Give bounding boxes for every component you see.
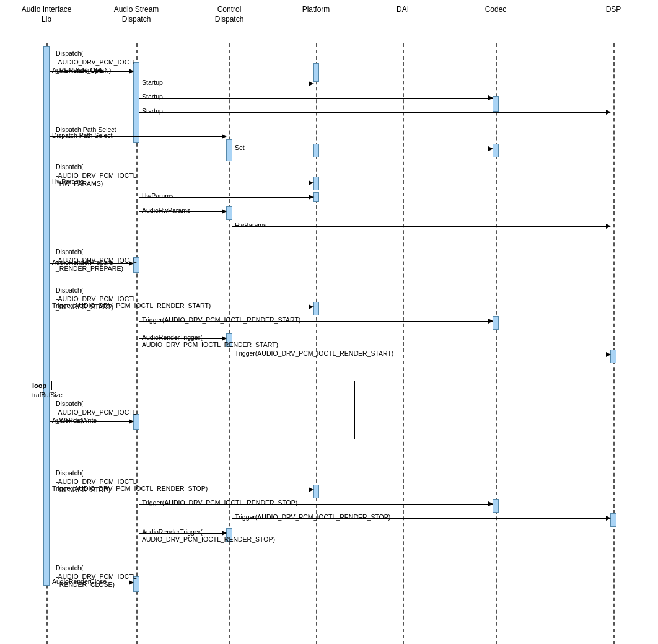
activation-bar xyxy=(313,302,319,315)
participant-label-asd: Audio Stream Dispatch xyxy=(102,5,170,24)
activation-bar xyxy=(493,316,499,330)
arrow-label: HwParams xyxy=(142,192,173,200)
dispatch-label: Dispatch Path Select xyxy=(56,126,116,135)
activation-bar xyxy=(313,177,319,190)
activation-bar xyxy=(313,63,319,82)
participant-label-dsp: DSP xyxy=(579,5,647,15)
arrow xyxy=(232,149,493,149)
participant-label-dai: DAI xyxy=(369,5,437,15)
arrow-label: Trigger(AUDIO_DRV_PCM_IOCTL_RENDER_START… xyxy=(142,316,300,324)
participant-label-codec: Codec xyxy=(462,5,530,15)
loop-box xyxy=(30,381,355,439)
dispatch-label: Dispatch(-AUDIO_DRV_PCM_IOCTL_HW_PARAMS) xyxy=(56,163,137,188)
activation-bar xyxy=(493,499,499,513)
sequence-diagram: Audio Interface LibAudio Stream Dispatch… xyxy=(0,0,658,644)
arrow-label: AudioRenderTrigger( AUDIO_DRV_PCM_IOCTL_… xyxy=(142,333,278,348)
arrow xyxy=(139,98,493,99)
activation-bar xyxy=(226,139,232,161)
activation-bar xyxy=(226,206,232,220)
arrow-label: Trigger(AUDIO_DRV_PCM_IOCTL_RENDER_STOP) xyxy=(235,513,390,521)
activation-bar xyxy=(493,144,499,157)
arrow xyxy=(139,84,313,84)
loop-corner xyxy=(30,381,52,390)
lifeline-plat xyxy=(316,43,317,644)
lifeline-codec xyxy=(496,43,497,644)
loop-condition: trafBufSize xyxy=(32,392,63,399)
activation-bar xyxy=(493,96,499,112)
activation-bar xyxy=(610,513,616,527)
dispatch-label: Dispatch(-AUDIO_DRV_PCM_IOCTL_RENDER_PRE… xyxy=(56,248,137,273)
arrow-label: Startup xyxy=(142,79,163,86)
arrow-label: AudioHwParams xyxy=(142,206,190,214)
participant-label-cd: Control Dispatch xyxy=(195,5,263,24)
arrow-label: Startup xyxy=(142,93,163,100)
activation-bar xyxy=(43,46,50,586)
participant-label-ail: Audio Interface Lib xyxy=(12,5,81,24)
arrow-label: HwParams xyxy=(235,221,266,229)
arrow-label: Startup xyxy=(142,107,163,115)
dispatch-label: Dispatch(-AUDIO_DRV_PCM_IOCTL_RENDER_STO… xyxy=(56,469,137,495)
lifeline-dai xyxy=(403,43,404,644)
arrow xyxy=(232,226,610,227)
lifeline-dsp xyxy=(613,43,615,644)
dispatch-label: Dispatch(-AUDIO_DRV_PCM_IOCTL_RENDER_OPE… xyxy=(56,50,137,75)
participant-label-plat: Platform xyxy=(282,5,350,15)
activation-bar xyxy=(313,192,319,202)
arrow-label: Trigger(AUDIO_DRV_PCM_IOCTL_RENDER_STOP) xyxy=(142,499,297,506)
dispatch-label: Dispatch(-AUDIO_DRV_PCM_IOCTL_RENDER_STA… xyxy=(56,286,137,312)
arrow-label: Trigger(AUDIO_DRV_PCM_IOCTL_RENDER_START… xyxy=(235,350,393,357)
activation-bar xyxy=(313,144,319,157)
activation-bar xyxy=(610,350,616,363)
activation-bar xyxy=(313,485,319,498)
arrow xyxy=(139,112,610,113)
dispatch-label: Dispatch(-AUDIO_DRV_PCM_IOCTL_RENDER_CLO… xyxy=(56,564,137,589)
arrow-label: AudioRenderTrigger( AUDIO_DRV_PCM_IOCTL_… xyxy=(142,528,275,543)
arrow-label: Set xyxy=(235,144,245,151)
